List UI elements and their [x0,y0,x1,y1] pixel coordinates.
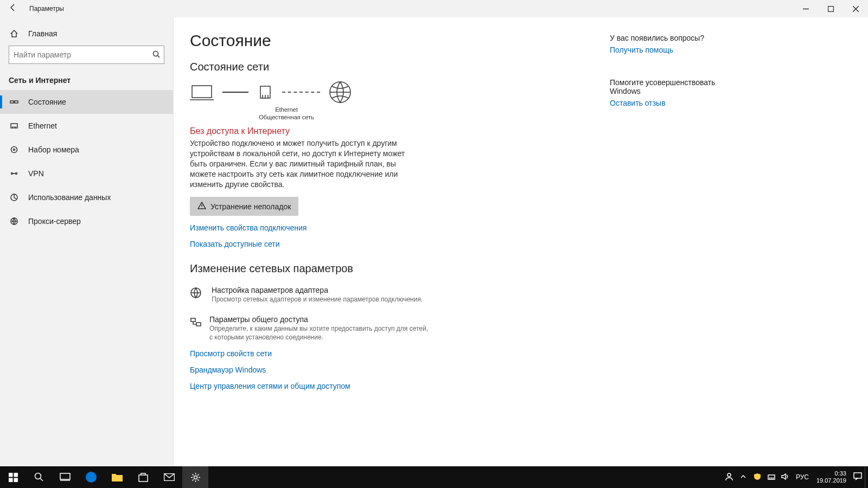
titlebar: Параметры [0,0,868,17]
settings-taskbar-button[interactable] [182,466,208,488]
sharing-icon [190,315,202,342]
svg-point-20 [35,473,41,479]
adapter-options-item[interactable]: Настройка параметров адаптера Просмотр с… [190,286,429,304]
sidebar: Главная Сеть и Интернет Состояние [0,17,174,466]
search-input[interactable] [9,50,149,59]
show-desktop-button[interactable] [865,466,868,488]
network-diagram [190,81,580,104]
sidebar-item-label: Ethernet [28,121,57,130]
tray-people-icon[interactable] [722,472,736,483]
vpn-icon [9,169,20,178]
view-network-properties-link[interactable]: Просмотр свойств сети [190,349,580,358]
tray-language[interactable]: РУС [793,473,812,481]
sidebar-item-label: VPN [28,169,44,178]
sidebar-item-label: Прокси-сервер [28,217,81,226]
sidebar-section-title: Сеть и Интернет [0,69,173,90]
taskbar-search-button[interactable] [26,466,52,488]
globe-icon [9,217,20,226]
change-settings-heading: Изменение сетевых параметров [190,262,580,275]
task-view-button[interactable] [52,466,78,488]
help-panel: У вас появились вопросы? Получить помощь… [597,17,738,466]
svg-rect-19 [14,478,18,482]
sidebar-item-dialup[interactable]: Набор номера [0,138,173,162]
firewall-link[interactable]: Брандмауэр Windows [190,365,580,374]
network-profile: Общественная сеть [254,113,319,121]
connection-dashed-line [282,92,320,93]
adapter-options-desc: Просмотр сетевых адаптеров и изменение п… [212,296,423,304]
tray-date: 19.07.2019 [816,477,846,484]
network-status-heading: Состояние сети [190,61,580,73]
home-icon [9,29,20,38]
sidebar-item-ethernet[interactable]: Ethernet [0,114,173,138]
svg-rect-16 [9,473,13,477]
close-button[interactable] [843,0,868,17]
tray-security-icon[interactable] [750,473,764,482]
sidebar-item-label: Использование данных [28,193,111,202]
help-feedback-heading: Помогите усовершенствовать Windows [610,78,725,95]
svg-rect-15 [196,323,201,326]
maximize-button[interactable] [818,0,843,17]
svg-point-26 [727,473,731,477]
window-title: Параметры [29,5,64,12]
back-button[interactable] [0,3,26,14]
mail-taskbar-button[interactable] [156,466,182,488]
taskbar: РУС 0:33 19.07.2019 [0,466,868,488]
ethernet-icon [9,121,20,130]
svg-rect-3 [15,101,18,103]
adapter-icon [190,286,204,304]
sidebar-home-label: Главная [28,29,57,38]
adapter-options-title: Настройка параметров адаптера [212,286,423,294]
svg-point-1 [154,51,158,56]
tray-action-center-icon[interactable] [851,472,865,482]
start-button[interactable] [0,466,26,488]
help-questions-heading: У вас появились вопросы? [610,34,725,42]
edge-taskbar-button[interactable] [78,466,104,488]
tray-network-icon[interactable] [764,473,778,482]
sharing-options-item[interactable]: Параметры общего доступа Определите, к к… [190,315,429,342]
tray-volume-icon[interactable] [778,473,793,482]
tray-clock[interactable]: 0:33 19.07.2019 [812,470,851,484]
tray-chevron-up-icon[interactable] [736,473,750,481]
network-center-link[interactable]: Центр управления сетями и общим доступом [190,382,580,390]
dialup-icon [9,145,20,154]
svg-rect-23 [139,475,148,481]
sidebar-item-vpn[interactable]: VPN [0,162,173,185]
svg-rect-21 [60,473,70,479]
system-tray: РУС 0:33 19.07.2019 [722,466,868,488]
svg-point-6 [11,173,13,175]
store-taskbar-button[interactable] [130,466,156,488]
no-internet-warning: Без доступа к Интернету [190,126,580,136]
troubleshoot-button[interactable]: Устранение неполадок [190,197,298,216]
svg-point-5 [14,149,15,151]
give-feedback-link[interactable]: Оставить отзыв [610,99,725,107]
svg-rect-14 [191,318,195,322]
warning-triangle-icon [197,201,206,211]
search-box[interactable] [9,46,164,64]
sharing-options-title: Параметры общего доступа [209,315,429,324]
sidebar-item-status[interactable]: Состояние [0,90,173,114]
sidebar-item-proxy[interactable]: Прокси-сервер [0,209,173,233]
explorer-taskbar-button[interactable] [104,466,130,488]
sidebar-item-datausage[interactable]: Использование данных [0,185,173,209]
page-title: Состояние [190,31,580,50]
main-content: Состояние Состояние сети Et [174,17,868,466]
sharing-options-desc: Определите, к каким данным вы хотите пре… [209,325,429,342]
connection-line [222,92,248,93]
sidebar-item-label: Состояние [28,98,66,106]
show-available-networks-link[interactable]: Показать доступные сети [190,240,580,248]
svg-rect-0 [828,6,833,11]
svg-rect-18 [9,478,13,482]
diagram-labels: Ethernet Общественная сеть [254,106,319,121]
tray-time: 0:33 [816,470,846,477]
adapter-name: Ethernet [254,106,319,113]
router-icon [257,84,273,100]
svg-point-7 [16,173,17,175]
svg-rect-17 [14,473,18,477]
troubleshoot-label: Устранение неполадок [210,202,291,211]
pc-icon [190,84,214,101]
change-connection-properties-link[interactable]: Изменить свойства подключения [190,223,580,232]
minimize-button[interactable] [793,0,818,17]
get-help-link[interactable]: Получить помощь [610,46,725,54]
svg-rect-28 [854,473,861,478]
sidebar-home[interactable]: Главная [0,22,173,46]
